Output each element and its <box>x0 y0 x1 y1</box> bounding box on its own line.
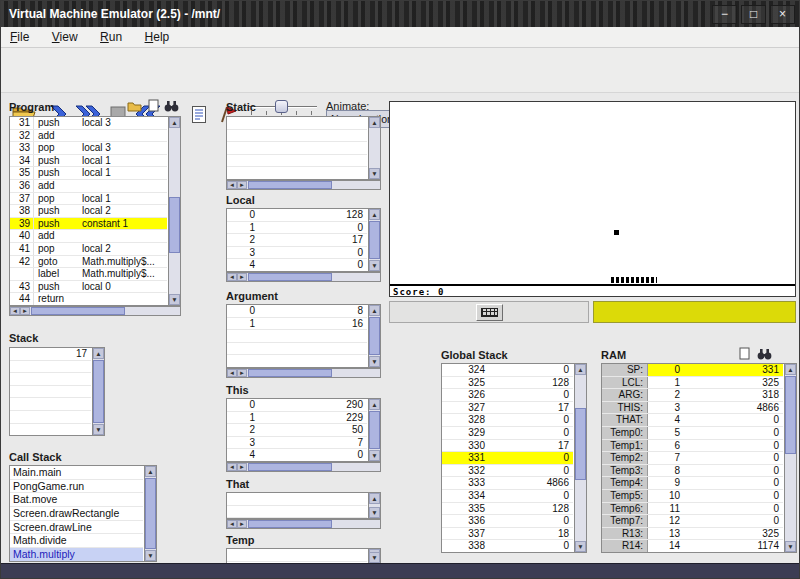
scroll-right-icon[interactable]: ► <box>237 273 247 281</box>
table-row[interactable] <box>227 155 367 168</box>
table-row[interactable]: PongGame.run <box>10 480 143 494</box>
scrollbar-thumb[interactable] <box>31 307 125 315</box>
table-row[interactable]: 08 <box>227 305 367 318</box>
table-row[interactable]: 3290 <box>442 427 573 440</box>
program-flow-button[interactable] <box>184 102 214 130</box>
table-row[interactable] <box>227 355 367 368</box>
table-row[interactable] <box>227 343 367 356</box>
table-row[interactable]: 17 <box>10 348 91 361</box>
table-row[interactable] <box>10 398 91 411</box>
scrollbar-thumb[interactable] <box>248 181 332 189</box>
table-row[interactable]: Temp2:70 <box>602 452 783 465</box>
table-row[interactable]: R13:13325 <box>602 528 783 541</box>
table-row[interactable]: 3280 <box>442 414 573 427</box>
table-row[interactable]: Math.multiply <box>10 548 143 562</box>
table-row[interactable]: 34pushlocal 1 <box>10 155 167 168</box>
table-row[interactable]: 3340 <box>442 490 573 503</box>
scroll-up-icon[interactable]: ▲ <box>169 117 180 128</box>
table-row[interactable]: ARG:2318 <box>602 389 783 402</box>
table-row[interactable]: THIS:34866 <box>602 402 783 415</box>
scroll-left-icon[interactable]: ◄ <box>227 463 237 471</box>
scrollbar-thumb[interactable] <box>93 360 104 423</box>
scroll-left-icon[interactable]: ◄ <box>227 273 237 281</box>
table-row[interactable]: 3310 <box>442 452 573 465</box>
scroll-right-icon[interactable]: ► <box>237 463 247 471</box>
title-bar[interactable]: Virtual Machine Emulator (2.5) - /mnt/ −… <box>1 1 799 27</box>
argument-hscroll[interactable]: ◄► <box>226 368 381 378</box>
keyboard-button[interactable] <box>476 304 503 321</box>
table-row[interactable]: Temp3:80 <box>602 465 783 478</box>
temp-vscroll[interactable]: ▲▼ <box>368 548 381 564</box>
scroll-up-icon[interactable]: ▲ <box>369 209 380 220</box>
table-row[interactable]: 30 <box>227 247 367 260</box>
table-row[interactable]: 1229 <box>227 412 367 425</box>
keyboard-input-field[interactable] <box>593 301 796 323</box>
table-row[interactable]: 40add <box>10 230 167 243</box>
table-row[interactable]: Bat.move <box>10 493 143 507</box>
static-hscroll[interactable]: ◄► <box>226 180 381 190</box>
global-stack-vscroll[interactable]: ▲▼ <box>574 363 587 553</box>
table-row[interactable]: 33718 <box>442 528 573 541</box>
table-row[interactable]: 3334866 <box>442 477 573 490</box>
scrollbar-thumb[interactable] <box>369 221 380 259</box>
scroll-up-icon[interactable]: ▲ <box>369 117 380 128</box>
table-row[interactable]: 250 <box>227 424 367 437</box>
table-row[interactable]: 42gotoMath.multiply$... <box>10 256 167 269</box>
table-row[interactable]: 116 <box>227 318 367 331</box>
menu-run[interactable]: Run <box>91 27 131 48</box>
menu-file[interactable]: File <box>1 27 38 48</box>
scroll-up-icon[interactable]: ▲ <box>93 348 104 359</box>
table-row[interactable]: SP:0331 <box>602 364 783 377</box>
scroll-down-icon[interactable]: ▼ <box>575 541 586 552</box>
table-row[interactable]: Screen.drawRectangle <box>10 507 143 521</box>
table-row[interactable]: 0128 <box>227 209 367 222</box>
table-row[interactable]: 39pushconstant 1 <box>10 218 167 231</box>
scrollbar-thumb[interactable] <box>248 463 332 471</box>
table-row[interactable]: Temp7:120 <box>602 515 783 528</box>
menu-help[interactable]: Help <box>136 27 179 48</box>
table-row[interactable]: 32717 <box>442 402 573 415</box>
table-row[interactable] <box>10 373 91 386</box>
this-hscroll[interactable]: ◄► <box>226 462 381 472</box>
scrollbar-thumb[interactable] <box>248 273 332 281</box>
scroll-down-icon[interactable]: ▼ <box>369 168 380 179</box>
static-vscroll[interactable]: ▲▼ <box>368 116 381 180</box>
table-row[interactable] <box>10 411 91 424</box>
scrollbar-thumb[interactable] <box>369 317 380 355</box>
scroll-down-icon[interactable]: ▼ <box>169 294 180 305</box>
table-row[interactable]: Temp4:90 <box>602 477 783 490</box>
table-row[interactable]: 335128 <box>442 503 573 516</box>
scrollbar-thumb[interactable] <box>248 369 332 377</box>
scroll-down-icon[interactable]: ▼ <box>369 260 380 271</box>
scroll-down-icon[interactable]: ▼ <box>369 507 380 518</box>
table-row[interactable] <box>10 361 91 374</box>
program-hscroll[interactable]: ◄► <box>9 306 181 316</box>
table-row[interactable] <box>10 424 91 436</box>
scroll-up-icon[interactable]: ▲ <box>369 399 380 410</box>
table-row[interactable]: 3380 <box>442 540 573 553</box>
table-row[interactable]: Temp5:100 <box>602 490 783 503</box>
scroll-right-icon[interactable]: ► <box>237 369 247 377</box>
scrollbar-thumb[interactable] <box>575 408 586 480</box>
clear-program-icon[interactable] <box>145 98 163 113</box>
table-row[interactable]: 33017 <box>442 440 573 453</box>
scroll-up-icon[interactable]: ▲ <box>785 364 796 375</box>
close-button[interactable]: × <box>770 5 795 24</box>
load-program-icon[interactable] <box>125 98 143 113</box>
minimize-button[interactable]: − <box>712 5 737 24</box>
table-row[interactable]: 41poplocal 2 <box>10 243 167 256</box>
scrollbar-thumb[interactable] <box>785 376 796 454</box>
table-row[interactable]: 3240 <box>442 364 573 377</box>
local-vscroll[interactable]: ▲▼ <box>368 208 381 272</box>
table-row[interactable]: 3260 <box>442 389 573 402</box>
table-row[interactable]: 31pushlocal 3 <box>10 117 167 130</box>
scroll-down-icon[interactable]: ▼ <box>369 450 380 461</box>
table-row[interactable]: 3320 <box>442 465 573 478</box>
table-row[interactable]: 44return <box>10 293 167 306</box>
scrollbar-thumb[interactable] <box>369 411 380 449</box>
table-row[interactable]: 40 <box>227 259 367 272</box>
table-row[interactable] <box>227 493 367 506</box>
table-row[interactable] <box>227 130 367 143</box>
table-row[interactable]: 325128 <box>442 377 573 390</box>
local-hscroll[interactable]: ◄► <box>226 272 381 282</box>
